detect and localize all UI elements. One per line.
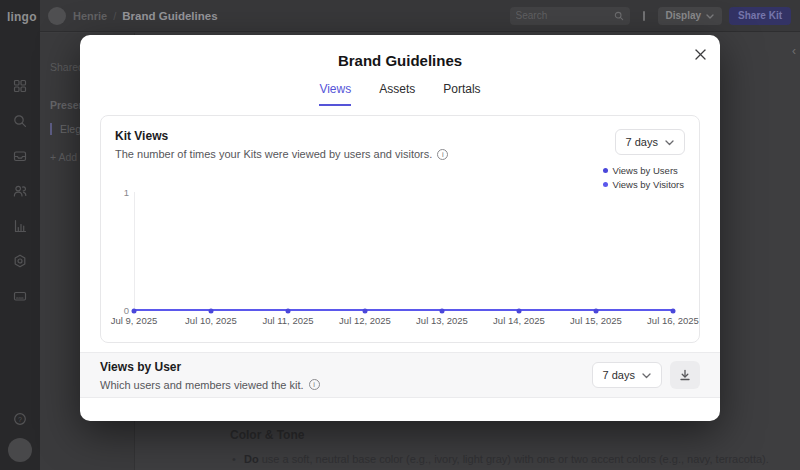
breadcrumb-page-title: Brand Guidelines xyxy=(122,10,217,22)
tab-assets[interactable]: Assets xyxy=(379,82,415,106)
doc-bullet: Do use a soft, neutral base color (e.g.,… xyxy=(230,453,760,465)
topbar: Henrie / Brand Guidelines Display Share … xyxy=(40,0,800,32)
y-axis-tick: 1 xyxy=(107,187,129,198)
kits-grid-icon[interactable] xyxy=(13,78,28,93)
info-icon[interactable]: i xyxy=(309,379,320,390)
notifications-button[interactable] xyxy=(637,7,651,25)
x-axis-label: Jul 12, 2025 xyxy=(339,315,391,326)
settings-gear-icon[interactable] xyxy=(13,253,28,268)
share-kit-label: Share Kit xyxy=(738,10,782,21)
display-label: Display xyxy=(666,10,702,21)
inbox-icon[interactable] xyxy=(13,148,28,163)
chart-point xyxy=(671,309,676,314)
chart-point xyxy=(594,309,599,314)
chart-point xyxy=(440,309,445,314)
display-button[interactable]: Display xyxy=(658,7,723,25)
lingo-logo[interactable]: lingo xyxy=(7,10,37,24)
x-axis-label: Jul 15, 2025 xyxy=(570,315,622,326)
chart-line xyxy=(134,309,673,311)
y-axis-line xyxy=(134,192,135,310)
range-value: 7 days xyxy=(603,369,635,381)
analytics-chart-icon[interactable] xyxy=(13,218,28,233)
chart-plot: 10Jul 9, 2025Jul 10, 2025Jul 11, 2025Jul… xyxy=(101,116,699,342)
help-icon[interactable]: ? xyxy=(13,411,28,426)
views-by-user-section: Views by User Which users and members vi… xyxy=(80,352,720,398)
guidelines-document: Color & Tone Do use a soft, neutral base… xyxy=(230,428,760,470)
x-axis-label: Jul 9, 2025 xyxy=(111,315,157,326)
close-icon[interactable] xyxy=(693,47,707,61)
breadcrumb-workspace[interactable]: Henrie xyxy=(73,10,107,22)
modal-tabs: Views Assets Portals xyxy=(80,82,720,106)
chart-point xyxy=(286,309,291,314)
user-avatar[interactable] xyxy=(8,438,32,462)
x-axis-label: Jul 14, 2025 xyxy=(493,315,545,326)
tab-portals[interactable]: Portals xyxy=(443,82,480,106)
chart-point xyxy=(132,309,137,314)
doc-section-heading: Color & Tone xyxy=(230,428,760,442)
chevron-down-icon xyxy=(706,10,714,21)
search-input-wrap xyxy=(510,7,630,25)
x-axis-label: Jul 16, 2025 xyxy=(647,315,699,326)
modal-title: Brand Guidelines xyxy=(80,35,720,69)
brand-guidelines-modal: Brand Guidelines Views Assets Portals Ki… xyxy=(80,35,720,421)
notifications-icon xyxy=(643,11,645,21)
search-icon xyxy=(614,7,624,25)
chevron-down-icon xyxy=(642,369,651,381)
svg-text:?: ? xyxy=(18,415,22,422)
download-button[interactable] xyxy=(670,361,700,389)
x-axis-label: Jul 13, 2025 xyxy=(416,315,468,326)
share-kit-button[interactable]: Share Kit xyxy=(729,7,791,25)
x-axis-label: Jul 11, 2025 xyxy=(262,315,313,326)
views-by-user-range-select[interactable]: 7 days xyxy=(592,362,662,388)
users-icon[interactable] xyxy=(13,183,28,198)
x-axis-label: Jul 10, 2025 xyxy=(185,315,237,326)
search-input[interactable] xyxy=(516,10,614,21)
app-sidebar: lingo ? xyxy=(0,0,40,470)
views-by-user-title: Views by User xyxy=(100,360,320,374)
views-by-user-subtitle: Which users and members viewed the kit. … xyxy=(100,379,320,391)
collapse-panel-icon[interactable]: ‹ xyxy=(792,44,796,58)
download-icon xyxy=(679,369,691,381)
billing-card-icon[interactable] xyxy=(13,288,28,303)
tab-views[interactable]: Views xyxy=(319,82,351,106)
kit-views-card: Kit Views The number of times your Kits … xyxy=(100,115,700,343)
search-icon[interactable] xyxy=(13,113,28,128)
chart-point xyxy=(209,309,214,314)
breadcrumb-separator: / xyxy=(113,10,116,22)
chart-point xyxy=(363,309,368,314)
workspace-avatar[interactable] xyxy=(48,7,66,25)
chart-point xyxy=(517,309,522,314)
